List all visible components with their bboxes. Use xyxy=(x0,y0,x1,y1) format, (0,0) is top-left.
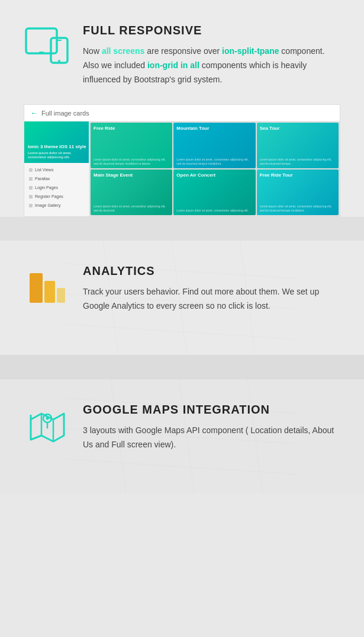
responsive-icon-area xyxy=(24,24,71,65)
maps-text-area: GOOGLE MAPS INTEGRATION 3 layouts with G… xyxy=(83,403,340,452)
preview-sidebar: Ionic 3 theme IOS 11 style Lorem ipsum d… xyxy=(24,121,89,216)
divider-2 xyxy=(0,355,364,379)
responsive-section-header: FULL RESPONSIVE Now all screens are resp… xyxy=(24,24,340,87)
back-arrow-icon: ← xyxy=(30,108,38,117)
highlight-all-screens: all screens xyxy=(102,46,144,56)
google-maps-icon xyxy=(24,403,71,450)
section-google-maps: GOOGLE MAPS INTEGRATION 3 layouts with G… xyxy=(0,379,364,494)
svg-point-33 xyxy=(46,417,49,420)
highlight-ion-grid: ion-grid in all xyxy=(147,60,199,70)
responsive-section-content: FULL RESPONSIVE Now all screens are resp… xyxy=(0,0,364,217)
section-analytics: ANALYTICS Track your users behavior. Fin… xyxy=(0,241,364,355)
analytics-body: Track your users behavior. Find out more… xyxy=(83,285,340,313)
preview-screenshot: ← Full image cards Ionic 3 theme IOS 11 … xyxy=(24,104,340,217)
sidebar-nav-item: Register Pages xyxy=(24,192,89,201)
body-text-1: Now xyxy=(83,46,102,56)
preview-content-area: Ionic 3 theme IOS 11 style Lorem ipsum d… xyxy=(24,121,340,216)
sidebar-nav-item: Parallax xyxy=(24,174,89,183)
sidebar-hero-image: Ionic 3 theme IOS 11 style Lorem ipsum d… xyxy=(24,121,89,163)
maps-icon-area xyxy=(24,403,71,450)
svg-point-13 xyxy=(58,60,60,62)
preview-card-free-ride-tour: Free Ride Tour Lorem ipsum dolor sit ame… xyxy=(257,169,339,215)
body-text-2: are responsive over xyxy=(144,46,222,56)
analytics-title: ANALYTICS xyxy=(83,264,340,278)
responsive-title: FULL RESPONSIVE xyxy=(83,24,340,37)
preview-cards-grid: Free Ride Lorem ipsum dolor sit amet, co… xyxy=(89,121,340,216)
preview-card-mountain-tour: Mountain Tour Lorem ipsum dolor sit amet… xyxy=(173,123,255,168)
sidebar-nav-item: Image Gallery xyxy=(24,201,89,210)
section-responsive: FULL RESPONSIVE Now all screens are resp… xyxy=(0,0,364,217)
analytics-section-header: ANALYTICS Track your users behavior. Fin… xyxy=(24,264,340,313)
preview-header: ← Full image cards xyxy=(24,105,340,121)
svg-rect-21 xyxy=(30,273,43,303)
preview-card-sea-tour: Sea Tour Lorem ipsum dolor sit amet, con… xyxy=(257,123,339,168)
analytics-bar-chart-icon xyxy=(27,264,68,306)
svg-rect-22 xyxy=(44,281,55,303)
svg-line-26 xyxy=(65,459,299,475)
preview-card-open-air: Open Air Concert Lorem ipsum dolor sit a… xyxy=(173,169,255,215)
maps-body: 3 layouts with Google Maps API component… xyxy=(83,424,340,452)
svg-rect-23 xyxy=(57,288,65,303)
preview-header-label: Full image cards xyxy=(41,110,89,117)
preview-card-free-ride: Free Ride Lorem ipsum dolor sit amet, co… xyxy=(91,123,172,168)
maps-section-header: GOOGLE MAPS INTEGRATION 3 layouts with G… xyxy=(24,403,340,452)
svg-rect-12 xyxy=(51,38,67,63)
sidebar-nav-item: Login Pages xyxy=(24,183,89,192)
svg-rect-11 xyxy=(39,52,44,53)
analytics-icon-area xyxy=(24,264,71,306)
sidebar-nav-item: List Views xyxy=(24,165,89,174)
sidebar-nav-list: List Views Parallax Login Pages Register… xyxy=(24,163,89,212)
preview-card-main-stage: Main Stage Event Lorem ipsum dolor sit a… xyxy=(91,169,172,215)
analytics-text-area: ANALYTICS Track your users behavior. Fin… xyxy=(83,264,340,313)
responsive-body: Now all screens are responsive over ion-… xyxy=(83,44,340,87)
divider-1 xyxy=(0,217,364,241)
svg-rect-10 xyxy=(26,28,57,53)
responsive-devices-icon xyxy=(24,24,71,65)
highlight-ion-split: ion-split-tpane xyxy=(222,46,279,56)
svg-line-17 xyxy=(65,325,299,340)
maps-title: GOOGLE MAPS INTEGRATION xyxy=(83,403,340,417)
sidebar-hero-text: Ionic 3 theme IOS 11 style Lorem ipsum d… xyxy=(28,144,89,160)
responsive-text-area: FULL RESPONSIVE Now all screens are resp… xyxy=(83,24,340,87)
